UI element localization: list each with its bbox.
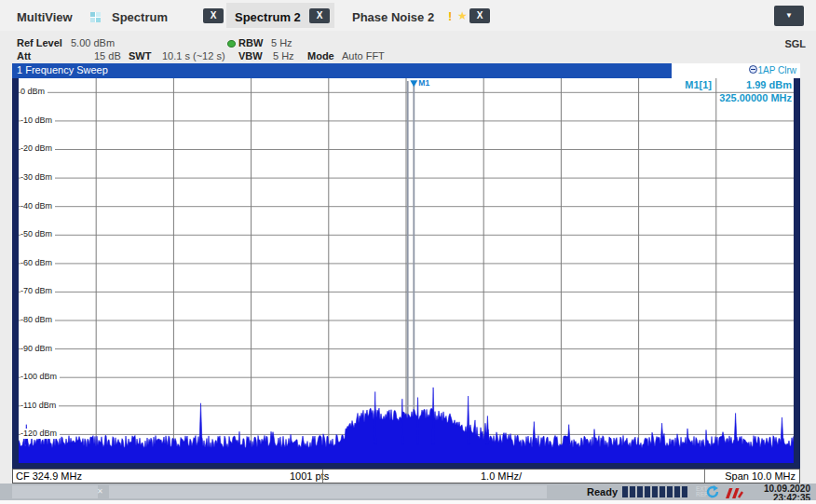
diagram-title: 1 Frequency Sweep [17,64,108,75]
att-value[interactable]: 15 dB [94,50,121,61]
vbw-value[interactable]: 5 Hz [273,50,294,61]
frequency-info-bar: CF 324.9 MHz 1001 pts 1.0 MHz/ Span 10.0… [12,469,800,484]
diagram-frame: M1 0 dBm-10 dBm-20 dBm-30 dBm-40 dBm-50 … [12,78,800,469]
marker-name[interactable]: M1[1] [685,79,712,90]
rbw-value[interactable]: 5 Hz [271,37,292,48]
y-axis-label: 0 dBm [20,87,48,97]
scale-per-div-field[interactable]: 1.0 MHz/ [481,470,522,482]
close-icon[interactable]: X [203,8,224,23]
y-axis-label: -80 dBm [20,315,55,325]
sweep-progress-bar [622,486,687,497]
vbw-label: VBW [238,50,263,61]
rbw-coupling-led-icon [227,40,236,48]
tab-spectrum[interactable]: Spectrum [112,10,168,24]
svg-text:M1: M1 [418,78,429,88]
y-axis-label: -30 dBm [20,172,55,183]
mode-value[interactable]: Auto FFT [342,50,385,61]
spectrum-analyzer-window: MultiView Spectrum X Spectrum 2 X Phase … [0,0,816,504]
att-label: Att [17,50,31,61]
status-segment [12,485,98,498]
mode-label: Mode [307,50,334,61]
y-axis-label: -120 dBm [20,429,60,439]
single-sweep-indicator: SGL [784,38,806,49]
status-bar: ✕ Ready EXTREF 10.09.202023:42:35 [0,484,816,500]
marker-frequency: 325.00000 MHz [719,92,792,103]
chevron-down-icon: ▼ [785,11,793,20]
warning-star-icon: ★ [457,9,468,22]
span-field[interactable]: Span 10.0 MHz [725,470,796,482]
y-axis-label: -40 dBm [20,201,55,211]
close-icon[interactable]: X [309,8,330,23]
y-axis-label: -10 dBm [20,116,55,126]
y-axis-label: -70 dBm [20,286,55,296]
marker-level: 1.99 dBm [746,79,792,90]
ref-level-label: Ref Level [17,37,62,48]
multiview-grid-icon [90,12,101,22]
ref-level-value[interactable]: 5.00 dBm [71,37,115,48]
spectrum-trace-svg: M1 [19,78,794,463]
y-axis-label: -90 dBm [20,344,55,354]
status-ready: Ready [587,486,618,497]
bottom-margin [0,500,816,504]
swt-label: SWT [129,50,151,61]
y-axis-label: -100 dBm [20,372,60,382]
tab-multiview[interactable]: MultiView [17,10,73,24]
tab-phase-noise-2[interactable]: Phase Noise 2 [352,10,434,24]
close-icon[interactable]: X [469,8,490,23]
warning-exclamation-icon: ! [448,9,452,23]
swt-value[interactable]: 10.1 s (~12 s) [162,50,225,61]
date-time: 10.09.202023:42:35 [764,484,810,502]
rbw-label: RBW [238,37,263,48]
status-segment [109,485,547,498]
center-frequency-field[interactable]: CF 324.9 MHz [16,470,82,482]
spectrum-plot-area[interactable]: M1 0 dBm-10 dBm-20 dBm-30 dBm-40 dBm-50 … [19,78,794,463]
y-axis-label: -110 dBm [20,401,59,411]
trace-indicator[interactable]: 1AP Clrw [672,63,800,78]
divider [322,470,323,483]
y-axis-label: -60 dBm [20,258,55,268]
channel-tab-bar: MultiView Spectrum X Spectrum 2 X Phase … [0,0,816,31]
tab-spectrum-2[interactable]: Spectrum 2 [235,10,301,24]
y-axis-label: -50 dBm [20,229,55,239]
diagram-title-bar: 1 Frequency Sweep 1AP Clrw [12,63,800,78]
y-axis-label: -20 dBm [20,143,55,154]
trace-enabled-icon [749,65,757,74]
divider [704,470,705,483]
window-menu-button[interactable]: ▼ [774,6,804,26]
status-close-icon: ✕ [97,487,103,496]
